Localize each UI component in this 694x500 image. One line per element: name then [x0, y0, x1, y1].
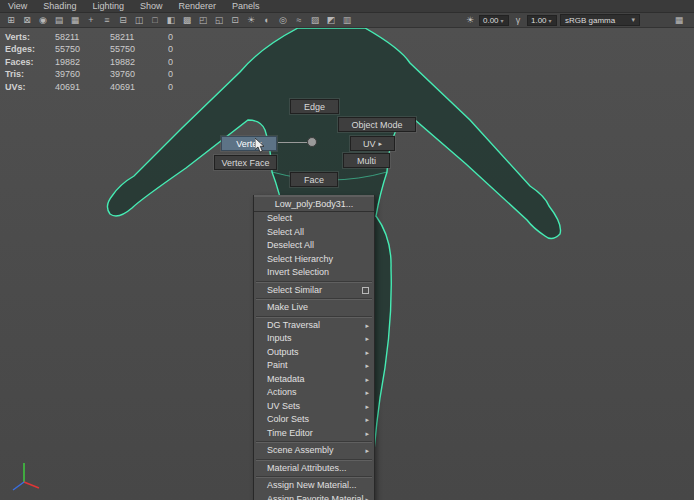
context-menu-item[interactable]: Metadata ▸ [254, 373, 374, 387]
context-menu-item[interactable]: Select [254, 212, 374, 226]
exposure-icon[interactable]: ☀ [464, 15, 476, 25]
context-menu-item-label: Outputs [267, 346, 365, 360]
menu-lighting[interactable]: Lighting [92, 1, 124, 11]
hud-row-label: Tris: [5, 68, 55, 80]
context-menu-item[interactable]: Make Live [254, 301, 374, 315]
menu-view[interactable]: View [8, 1, 27, 11]
exposure-field[interactable]: 0.00 ▾ [479, 15, 509, 26]
hud-component-value: 0 [168, 31, 188, 43]
marking-menu-face[interactable]: Face [290, 172, 338, 187]
context-menu-item[interactable]: UV Sets ▸ [254, 400, 374, 414]
context-menu-item[interactable]: Color Sets ▸ [254, 413, 374, 427]
context-menu-item-label: Metadata [267, 373, 365, 387]
context-menu-item-label: Inputs [267, 332, 365, 346]
field-chart-icon[interactable]: ▩ [179, 14, 195, 27]
select-camera-icon[interactable]: ⊞ [3, 14, 19, 27]
option-box-icon[interactable] [362, 287, 369, 294]
shadows-icon[interactable]: ◐ [259, 14, 275, 27]
context-menu-item[interactable]: DG Traversal ▸ [254, 319, 374, 333]
submenu-arrow-icon: ▸ [365, 319, 369, 333]
context-menu-item[interactable]: Inputs ▸ [254, 332, 374, 346]
film-gate-icon[interactable]: ◫ [131, 14, 147, 27]
context-menu-item[interactable]: Actions ▸ [254, 386, 374, 400]
ambient-occlusion-icon[interactable]: ◎ [275, 14, 291, 27]
lock-camera-icon[interactable]: ⊠ [19, 14, 35, 27]
hud-selected-value: 55750 [110, 43, 168, 55]
spinner-caret-icon[interactable]: ▾ [501, 17, 504, 24]
context-menu-item[interactable]: Assign Favorite Material ▸ [254, 493, 374, 500]
context-menu-item-label: Color Sets [267, 413, 365, 427]
panel-menubar: View Shading Lighting Show Renderer Pane… [0, 0, 694, 13]
context-menu-item[interactable]: Outputs ▸ [254, 346, 374, 360]
context-menu-item[interactable]: Select Similar [254, 284, 374, 298]
marking-menu-label: Object Mode [351, 120, 402, 130]
context-menu-item[interactable]: Assign New Material... [254, 479, 374, 493]
marking-menu-label: Edge [304, 102, 325, 112]
submenu-arrow-icon: ▸ [365, 413, 369, 427]
motion-blur-icon[interactable]: ≈ [291, 14, 307, 27]
menu-show[interactable]: Show [140, 1, 163, 11]
marking-menu-object-mode[interactable]: Object Mode [338, 117, 416, 132]
hud-component-value: 0 [168, 56, 188, 68]
hud-total-value: 40691 [55, 81, 110, 93]
context-menu-item[interactable]: Time Editor ▸ [254, 427, 374, 441]
gamma-icon[interactable]: γ [512, 15, 524, 25]
image-plane-icon[interactable]: ▦ [67, 14, 83, 27]
marking-menu-multi[interactable]: Multi [343, 153, 390, 168]
marking-menu-vertex-face[interactable]: Vertex Face [214, 155, 277, 170]
submenu-arrow-icon: ▸ [365, 400, 369, 414]
resolution-gate-icon[interactable]: □ [147, 14, 163, 27]
hud-total-value: 58211 [55, 31, 110, 43]
multisample-icon[interactable]: ▨ [307, 14, 323, 27]
hud-component-value: 0 [168, 43, 188, 55]
context-menu-item[interactable]: Paint ▸ [254, 359, 374, 373]
grease-pencil-icon[interactable]: ≡ [99, 14, 115, 27]
context-menu-item-label: UV Sets [267, 400, 365, 414]
context-menu-item[interactable]: Deselect All [254, 239, 374, 253]
hud-row-label: Verts: [5, 31, 55, 43]
context-menu-item[interactable]: Select Hierarchy [254, 253, 374, 267]
context-menu-item-label: Paint [267, 359, 365, 373]
context-menu-item[interactable]: Scene Assembly ▸ [254, 444, 374, 458]
marking-menu-uv[interactable]: UV ▸ [350, 136, 395, 151]
poly-count-hud: Verts: 58211 58211 0 Edges: 55750 55750 … [5, 31, 188, 93]
gamma-value: 1.00 [531, 16, 547, 25]
menu-shading[interactable]: Shading [43, 1, 76, 11]
safe-action-icon[interactable]: ◰ [195, 14, 211, 27]
view-transform-dropdown[interactable]: sRGB gamma ▾ [560, 14, 640, 26]
hud-selected-value: 39760 [110, 68, 168, 80]
context-menu-item-label: Deselect All [267, 239, 369, 253]
xray-icon[interactable]: ▥ [339, 14, 355, 27]
submenu-arrow-icon: ▸ [379, 140, 383, 148]
menu-renderer[interactable]: Renderer [178, 1, 216, 11]
grid-icon[interactable]: ⊟ [115, 14, 131, 27]
hud-row: UVs: 40691 40691 0 [5, 81, 188, 93]
lighting-icon[interactable]: ☀ [243, 14, 259, 27]
hud-row: Verts: 58211 58211 0 [5, 31, 188, 43]
hud-row-label: Edges: [5, 43, 55, 55]
gamma-field[interactable]: 1.00 ▾ [527, 15, 557, 26]
bookmarks-icon[interactable]: ▤ [51, 14, 67, 27]
marking-menu-edge[interactable]: Edge [290, 99, 339, 114]
camera-attributes-icon[interactable]: ◉ [35, 14, 51, 27]
menu-separator [256, 476, 372, 478]
submenu-arrow-icon: ▸ [365, 359, 369, 373]
context-menu-item[interactable]: Invert Selection [254, 266, 374, 280]
hud-row-label: Faces: [5, 56, 55, 68]
viewport[interactable]: Verts: 58211 58211 0 Edges: 55750 55750 … [0, 28, 694, 500]
context-menu-item[interactable]: Select All [254, 226, 374, 240]
panel-layout-icon[interactable]: ▦ [671, 14, 687, 27]
frame-all-icon[interactable]: ⊡ [227, 14, 243, 27]
mouse-cursor-icon [255, 138, 267, 153]
marking-menu-vertex[interactable]: Vertex [221, 136, 277, 151]
toolbar-icons: ⊞ ⊠ ◉ ▤ ▦ + ≡ ⊟ ◫ □ ◧ ▩ [3, 14, 355, 27]
context-menu-item[interactable]: Material Attributes... [254, 462, 374, 476]
menu-panels[interactable]: Panels [232, 1, 260, 11]
hud-component-value: 0 [168, 81, 188, 93]
chevron-down-icon: ▾ [631, 16, 635, 24]
gate-mask-icon[interactable]: ◧ [163, 14, 179, 27]
isolate-select-icon[interactable]: ◩ [323, 14, 339, 27]
safe-title-icon[interactable]: ◱ [211, 14, 227, 27]
spinner-caret-icon[interactable]: ▾ [549, 17, 552, 24]
pan-zoom-2d-icon[interactable]: + [83, 14, 99, 27]
